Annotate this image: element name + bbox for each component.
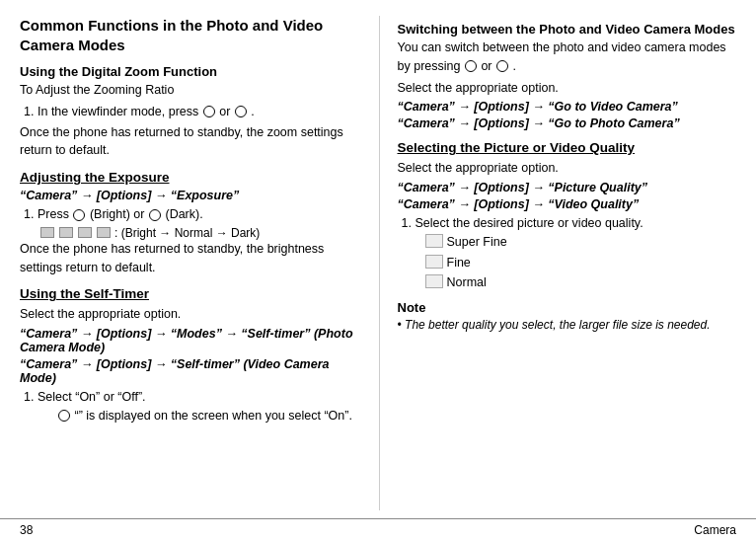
switch-icon1 [465,60,477,72]
page-title: Common Functions in the Photo and Video … [20,16,359,54]
right-column: Switching between the Photo and Video Ca… [379,16,737,510]
section-quality-heading: Selecting the Picture or Video Quality [398,140,737,155]
switch-intro: You can switch between the photo and vid… [398,39,737,76]
zoom-step1-text: In the viewfinder mode, press [38,105,198,118]
fine-icon [425,255,443,269]
selftimer-step1: Select “On” or “Off”. “” is displayed on… [38,388,359,425]
zoom-intro: To Adjust the Zooming Ratio [20,81,359,100]
zoom-note: Once the phone has returned to standby, … [20,123,359,161]
switch-menu-path1: “Camera” → [Options] → “Go to Video Came… [398,100,737,114]
brightness-row: : (Bright → Normal → Dark) [39,226,359,240]
exposure-menu-path: “Camera” → [Options] → “Exposure” [20,189,359,202]
note-heading: Note [398,300,737,315]
switch-intro-text: You can switch between the photo and vid… [398,40,726,73]
exposure-steps: Press (Bright) or (Dark). [38,205,359,224]
content-area: Common Functions in the Photo and Video … [0,0,756,518]
selftimer-menu-path1: “Camera” → [Options] → “Modes” → “Self-t… [20,327,359,354]
quality-step1-text: Select the desired picture or video qual… [416,216,643,230]
exposure-note: Once the phone has returned to standby, … [20,240,359,277]
selftimer-menu-path2: “Camera” → [Options] → “Self-timer” (Vid… [20,357,359,385]
dark-text: (Dark). [165,207,202,221]
quality-menu-path2: “Camera” → [Options] → “Video Quality” [398,197,737,211]
quality-item-superfine: Super Fine [425,233,737,252]
bright-icon [73,209,85,221]
quality-intro: Select the appropriate option. [398,159,737,178]
note-text: • The better quality you select, the lar… [398,317,737,334]
zoom-step1-period: . [251,105,254,118]
press-label: Press [38,207,69,221]
selftimer-step1-indent: “” is displayed on the screen when you s… [57,407,359,425]
brightness-line-text: : (Bright → Normal → Dark) [114,226,260,240]
section-exposure-heading: Adjusting the Exposure [20,170,359,185]
switch-menu-path2: “Camera” → [Options] → “Go to Photo Came… [398,116,737,130]
superfine-label: Super Fine [447,233,507,252]
left-column: Common Functions in the Photo and Video … [20,16,359,510]
zoom-steps: In the viewfinder mode, press or . [38,103,359,121]
page-number: 38 [20,523,33,537]
section-selftimer-heading: Using the Self-Timer [20,286,359,301]
normal-icon [425,274,443,288]
section-label: Camera [694,523,736,537]
quality-menu-path1: “Camera” → [Options] → “Picture Quality” [398,181,737,194]
exposure-step1: Press (Bright) or (Dark). [38,205,359,224]
bright-level-icon3 [78,227,92,238]
normal-label: Normal [447,273,487,292]
up-arrow-icon [203,106,215,117]
zoom-step1-or: or [219,105,230,118]
switch-or: or [481,59,491,73]
dark-icon [149,209,161,221]
quality-item-fine: Fine [425,254,737,272]
selftimer-indent-text: “” is displayed on the screen when you s… [74,409,351,423]
switch-icon2 [496,60,508,72]
selftimer-steps: Select “On” or “Off”. “” is displayed on… [38,388,359,425]
bright-level-icon1 [40,227,54,238]
section-switch-heading: Switching between the Photo and Video Ca… [398,22,737,37]
superfine-icon [425,234,443,248]
quality-steps: Select the desired picture or video qual… [416,214,737,292]
page-container: Common Functions in the Photo and Video … [0,0,756,541]
quality-list: Super Fine Fine Normal [425,233,737,292]
selftimer-intro: Select the appropriate option. [20,305,359,324]
selftimer-step1-text: Select “On” or “Off”. [38,390,146,404]
switch-select: Select the appropriate option. [398,79,737,98]
fine-label: Fine [447,254,471,272]
zoom-step1: In the viewfinder mode, press or . [38,103,359,121]
section-digital-zoom-heading: Using the Digital Zoom Function [20,64,359,79]
down-arrow-icon [235,106,247,117]
bright-level-icon2 [59,227,73,238]
bright-level-icon4 [97,227,111,238]
footer-bar: 38 Camera [0,518,756,541]
timer-circle-icon [58,410,70,422]
quality-item-normal: Normal [425,273,737,292]
switch-end: . [513,59,516,73]
quality-step1: Select the desired picture or video qual… [416,214,737,292]
bright-text: (Bright) or [90,207,145,221]
